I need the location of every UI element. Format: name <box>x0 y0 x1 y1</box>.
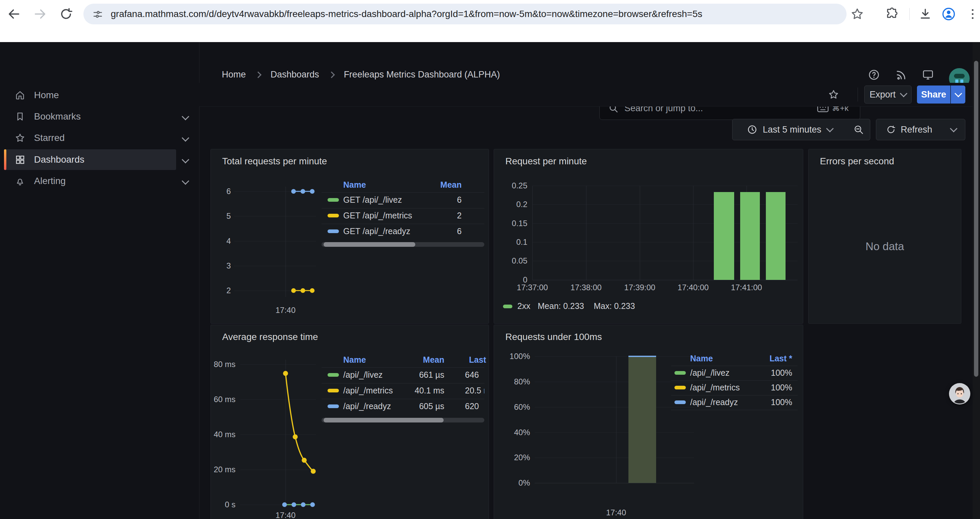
url-bar[interactable]: grafana.mathmast.com/d/deytv4rwavabkb/fr… <box>83 4 846 24</box>
series-swatch[interactable] <box>328 373 339 377</box>
breadcrumb-home[interactable]: Home <box>222 69 246 80</box>
extensions-icon[interactable] <box>885 7 899 21</box>
panel-title[interactable]: Errors per second <box>820 156 894 167</box>
series-swatch[interactable] <box>503 305 512 308</box>
legend-col-last[interactable]: Last * <box>738 354 792 363</box>
legend-series-last: 100% <box>738 398 792 407</box>
bar-2xx[interactable] <box>714 192 734 280</box>
chevron-down-icon[interactable] <box>182 134 189 142</box>
bookmark-star-icon[interactable] <box>850 7 865 21</box>
series-swatch[interactable] <box>328 214 339 217</box>
series-swatch[interactable] <box>675 386 686 390</box>
sidebar-item-starred[interactable]: Starred <box>0 128 199 148</box>
refresh-icon[interactable] <box>59 7 73 21</box>
series-swatch[interactable] <box>328 230 339 233</box>
series-swatch[interactable] <box>328 198 339 202</box>
legend-series-name[interactable]: /api/_/metrics <box>343 386 393 395</box>
assistant-avatar-widget[interactable] <box>949 383 970 404</box>
legend-series-last: 646 <box>465 370 484 380</box>
legend-series-name[interactable]: /api/_/livez <box>343 370 383 380</box>
series-swatch[interactable] <box>675 371 686 375</box>
chevron-down-icon <box>950 125 957 133</box>
profile-icon[interactable] <box>941 7 956 21</box>
area-fill-100pct[interactable] <box>628 356 656 483</box>
panel-avg-response-time[interactable]: Average response time 80 ms 60 ms 40 ms … <box>210 325 489 519</box>
legend-series-name[interactable]: GET /api/_/livez <box>343 195 402 205</box>
bell-icon <box>15 176 25 186</box>
legend-series-name[interactable]: 2xx <box>517 301 530 311</box>
legend-col-name[interactable]: Name <box>343 355 366 365</box>
page-scrollbar[interactable] <box>973 42 980 519</box>
legend-series-name[interactable]: GET /api/_/readyz <box>343 227 410 236</box>
legend-col-last[interactable]: Last <box>469 355 486 365</box>
toolbar-divider <box>909 8 910 20</box>
sidebar-item-dashboards[interactable]: Dashboards <box>0 149 199 170</box>
gridline <box>535 407 694 407</box>
downloads-icon[interactable] <box>918 7 932 21</box>
sidebar-item-bookmarks[interactable]: Bookmarks <box>0 106 199 127</box>
site-settings-icon[interactable] <box>92 9 103 20</box>
bar-2xx[interactable] <box>766 192 786 280</box>
news-feed-icon[interactable] <box>895 69 907 81</box>
chevron-down-icon[interactable] <box>182 156 189 164</box>
sidebar-item-home[interactable]: Home <box>0 85 199 105</box>
share-dropdown-button[interactable] <box>951 86 965 104</box>
clock-icon <box>747 124 757 135</box>
refresh-button[interactable]: Refresh <box>876 119 942 140</box>
divider <box>321 192 484 193</box>
chevron-down-icon[interactable] <box>182 177 189 185</box>
series-swatch[interactable] <box>675 401 686 404</box>
monitor-icon[interactable] <box>922 69 934 81</box>
panel-requests-under-100ms[interactable]: Requests under 100ms 100% 80% 60% 40% 20… <box>494 325 803 519</box>
legend-series-name[interactable]: /api/_/readyz <box>343 401 391 411</box>
favorite-star-icon[interactable] <box>828 89 839 100</box>
forward-icon <box>33 7 48 21</box>
dashboard-actions-row: Export Share <box>199 83 980 107</box>
help-icon[interactable] <box>868 69 880 81</box>
divider <box>671 366 797 366</box>
export-button[interactable]: Export <box>864 86 912 104</box>
back-icon[interactable] <box>7 7 21 21</box>
star-icon <box>15 133 25 143</box>
x-tick: 17:41:00 <box>720 283 773 292</box>
x-tick: 17:40 <box>600 508 633 517</box>
legend-col-name[interactable]: Name <box>690 354 713 363</box>
panel-requests-per-minute[interactable]: Request per minute 0.25 0.2 0.15 0.1 0.0… <box>494 149 803 324</box>
chevron-down-icon[interactable] <box>182 113 189 121</box>
divider <box>671 380 797 381</box>
page-scrollbar-thumb[interactable] <box>974 61 978 377</box>
menu-dots-icon[interactable] <box>965 7 980 21</box>
sidebar-item-alerting[interactable]: Alerting <box>0 171 199 192</box>
legend-series-name[interactable]: /api/_/readyz <box>690 398 738 407</box>
sidebar-item-label: Dashboards <box>34 154 84 165</box>
share-button[interactable]: Share <box>917 86 950 104</box>
legend-series-name[interactable]: /api/_/livez <box>690 368 730 378</box>
no-data-message: No data <box>808 240 961 253</box>
time-range-picker[interactable]: Last 5 minutes <box>732 119 847 140</box>
refresh-interval-dropdown[interactable] <box>942 119 965 140</box>
legend-series-name[interactable]: GET /api/_/metrics <box>343 211 412 220</box>
legend-col-name[interactable]: Name <box>343 180 366 190</box>
legend-scrollbar-thumb[interactable] <box>323 418 444 423</box>
x-tick: 17:40 <box>269 511 302 519</box>
y-tick: 0.2 <box>494 200 527 209</box>
legend-series-name[interactable]: /api/_/metrics <box>690 383 740 393</box>
legend-col-mean[interactable]: Mean <box>405 180 461 190</box>
sidebar-item-label: Alerting <box>34 176 66 186</box>
x-tick: 17:38:00 <box>559 283 613 292</box>
zoom-out-button[interactable] <box>847 119 870 140</box>
panel-title[interactable]: Requests under 100ms <box>505 332 602 342</box>
legend-series-mean: 605 µs <box>395 401 444 411</box>
panel-title[interactable]: Request per minute <box>505 156 587 167</box>
url-text[interactable]: grafana.mathmast.com/d/deytv4rwavabkb/fr… <box>111 9 702 19</box>
legend-series-last: 100% <box>738 383 792 393</box>
panel-total-requests[interactable]: Total requests per minute 6 5 4 3 2 17:4… <box>210 149 489 324</box>
breadcrumb-dashboards[interactable]: Dashboards <box>270 69 319 80</box>
series-swatch[interactable] <box>328 389 339 393</box>
legend-col-mean[interactable]: Mean <box>395 355 444 365</box>
legend-scrollbar-thumb[interactable] <box>323 242 415 247</box>
panel-errors-per-second[interactable]: Errors per second No data <box>808 149 961 324</box>
bar-2xx[interactable] <box>740 192 760 280</box>
series-swatch[interactable] <box>328 404 339 408</box>
share-label: Share <box>921 89 946 100</box>
